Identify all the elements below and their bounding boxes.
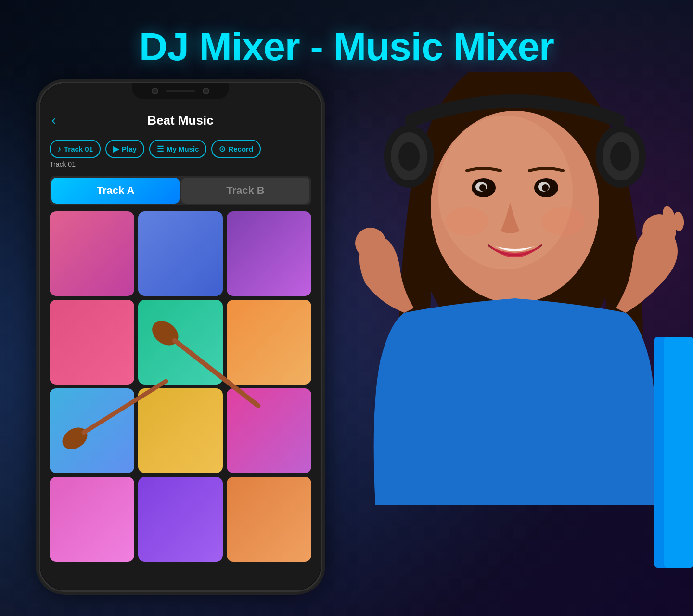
- notch-camera-2: [203, 88, 209, 94]
- app-title: Beat Music: [147, 113, 213, 128]
- track-tab-a[interactable]: Track A: [51, 178, 180, 204]
- pad-1[interactable]: [50, 211, 134, 296]
- back-button[interactable]: ‹: [51, 113, 56, 128]
- pad-2[interactable]: [138, 211, 223, 296]
- app-header: ‹ Beat Music: [40, 105, 321, 136]
- svg-point-14: [445, 207, 488, 236]
- app-toolbar: ♪ Track 01 ▶ Play ☰ My Music ⊙ Record: [40, 136, 321, 158]
- music-note-icon: ♪: [57, 145, 61, 154]
- track-toggle: Track A Track B: [50, 176, 311, 205]
- my-music-button[interactable]: ☰ My Music: [149, 140, 207, 158]
- main-title: DJ Mixer - Music Mixer: [0, 24, 693, 69]
- track-label: Track 01: [40, 158, 321, 170]
- my-music-btn-label: My Music: [167, 145, 199, 153]
- play-icon: ▶: [113, 144, 119, 154]
- svg-point-12: [479, 184, 486, 191]
- svg-point-19: [355, 228, 386, 258]
- track-tab-b[interactable]: Track B: [181, 178, 309, 204]
- svg-point-15: [541, 207, 585, 236]
- play-btn-label: Play: [122, 145, 137, 153]
- notch-camera: [152, 88, 158, 94]
- svg-rect-27: [664, 337, 693, 568]
- notch-speaker: [166, 90, 195, 92]
- pad-6[interactable]: [227, 300, 311, 385]
- play-button[interactable]: ▶ Play: [105, 140, 144, 158]
- pad-4[interactable]: [50, 300, 134, 385]
- woman-figure: [318, 72, 693, 606]
- pad-11[interactable]: [138, 477, 223, 562]
- pads-grid: [40, 211, 321, 562]
- record-icon: ⊙: [219, 144, 225, 154]
- my-music-icon: ☰: [157, 144, 164, 154]
- pad-10[interactable]: [50, 477, 134, 562]
- pad-12[interactable]: [227, 477, 311, 562]
- record-button[interactable]: ⊙ Record: [211, 140, 261, 158]
- record-btn-label: Record: [228, 145, 253, 153]
- phone-notch: [132, 83, 229, 99]
- pad-3[interactable]: [227, 211, 311, 296]
- svg-point-22: [398, 142, 420, 171]
- svg-point-25: [610, 142, 631, 171]
- svg-point-13: [542, 184, 549, 191]
- track-btn-label: Track 01: [64, 145, 93, 153]
- track-button[interactable]: ♪ Track 01: [50, 140, 101, 158]
